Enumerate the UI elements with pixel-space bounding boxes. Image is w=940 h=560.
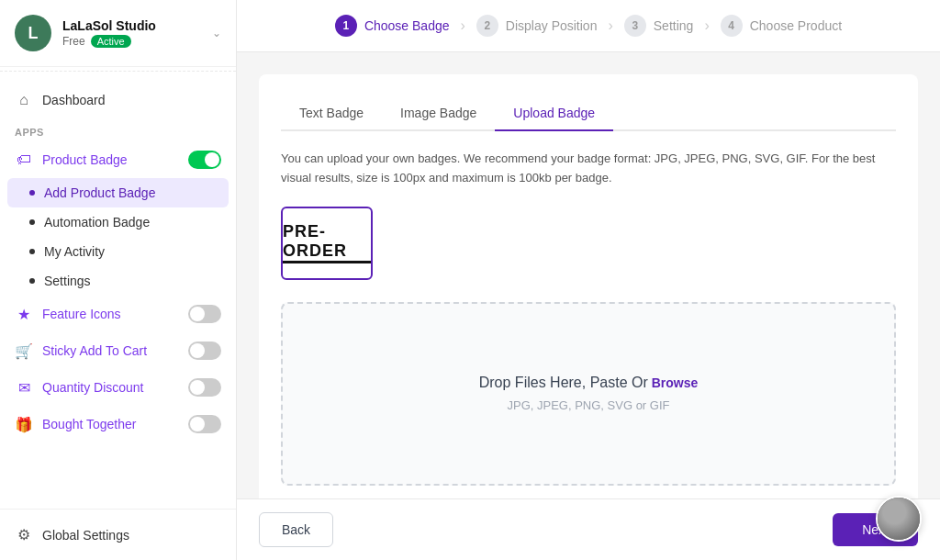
shop-info: LaLaSol Studio Free Active bbox=[62, 18, 201, 48]
step-1-label: Choose Badge bbox=[364, 18, 450, 33]
feature-icons-label: Feature Icons bbox=[42, 307, 121, 321]
quantity-discount-toggle[interactable] bbox=[188, 378, 221, 397]
shop-name: LaLaSol Studio bbox=[62, 18, 201, 33]
sidebar-item-add-product-badge[interactable]: Add Product Badge bbox=[7, 178, 229, 207]
step-4: 4 Choose Product bbox=[721, 15, 842, 37]
dashboard-label: Dashboard bbox=[42, 93, 106, 107]
settings-label: Settings bbox=[44, 274, 91, 288]
chevron-down-icon[interactable]: ⌄ bbox=[212, 27, 221, 39]
product-badge-label: Product Badge bbox=[42, 152, 128, 167]
step-3-label: Setting bbox=[654, 18, 694, 33]
floating-avatar-image bbox=[878, 498, 920, 540]
sidebar-divider bbox=[0, 71, 236, 72]
browse-link[interactable]: Browse bbox=[652, 375, 699, 390]
quantity-discount-label: Quantity Discount bbox=[42, 380, 144, 395]
step-arrow-1: › bbox=[461, 17, 465, 34]
sub-dot bbox=[29, 249, 35, 254]
drop-zone[interactable]: Drop Files Here, Paste Or Browse JPG, JP… bbox=[281, 302, 896, 486]
avatar: L bbox=[15, 15, 51, 51]
sidebar-item-product-badge[interactable]: 🏷 Product Badge bbox=[0, 141, 236, 178]
sidebar-item-sticky-add-to-cart[interactable]: 🛒 Sticky Add To Cart bbox=[0, 332, 236, 369]
sidebar-item-my-activity[interactable]: My Activity bbox=[0, 237, 236, 266]
sidebar-item-global-settings[interactable]: ⚙ Global Settings bbox=[0, 517, 236, 553]
sub-dot bbox=[29, 278, 35, 284]
step-3-circle: 3 bbox=[624, 15, 646, 37]
cart-icon: 🛒 bbox=[15, 342, 33, 360]
feature-icons-toggle[interactable] bbox=[188, 305, 221, 323]
my-activity-label: My Activity bbox=[44, 244, 105, 259]
sidebar-bottom: ⚙ Global Settings bbox=[0, 509, 236, 560]
star-icon: ★ bbox=[15, 306, 33, 323]
step-2-label: Display Position bbox=[506, 18, 598, 33]
shop-status-badge: Active bbox=[91, 35, 131, 48]
back-button[interactable]: Back bbox=[259, 512, 333, 547]
step-4-label: Choose Product bbox=[750, 18, 842, 33]
shop-meta: Free Active bbox=[62, 35, 201, 48]
sidebar-item-automation-badge[interactable]: Automation Badge bbox=[0, 207, 236, 237]
apps-section-label: APPS bbox=[0, 118, 236, 141]
bought-together-toggle[interactable] bbox=[188, 415, 221, 433]
sidebar-item-bought-together[interactable]: 🎁 Bought Together bbox=[0, 406, 236, 442]
drop-zone-formats: JPG, JPEG, PNG, SVG or GIF bbox=[508, 398, 670, 412]
sidebar: L LaLaSol Studio Free Active ⌄ ⌂ Dashboa… bbox=[0, 0, 237, 560]
tag-icon: 🏷 bbox=[15, 151, 33, 168]
add-product-badge-label: Add Product Badge bbox=[44, 185, 155, 200]
step-arrow-2: › bbox=[608, 17, 612, 34]
badge-preview[interactable]: PRE-ORDER bbox=[281, 207, 373, 280]
automation-badge-label: Automation Badge bbox=[44, 215, 150, 230]
sidebar-header: L LaLaSol Studio Free Active ⌄ bbox=[0, 0, 236, 67]
home-icon: ⌂ bbox=[15, 92, 33, 108]
gift-icon: 🎁 bbox=[15, 416, 33, 433]
step-4-circle: 4 bbox=[721, 15, 743, 37]
tab-bar: Text Badge Image Badge Upload Badge bbox=[281, 96, 896, 131]
stepper: 1 Choose Badge › 2 Display Position › 3 … bbox=[237, 0, 940, 52]
content-area: Text Badge Image Badge Upload Badge You … bbox=[237, 52, 940, 498]
drop-zone-text: Drop Files Here, Paste Or Browse bbox=[479, 375, 699, 391]
sidebar-item-settings[interactable]: Settings bbox=[0, 266, 236, 296]
product-badge-sub-items: Add Product Badge Automation Badge My Ac… bbox=[0, 178, 236, 296]
step-3: 3 Setting bbox=[624, 15, 694, 37]
sidebar-item-dashboard[interactable]: ⌂ Dashboard bbox=[0, 83, 236, 118]
discount-icon: ✉ bbox=[15, 379, 33, 397]
sub-dot bbox=[29, 219, 35, 225]
drop-main-text: Drop Files Here, Paste Or bbox=[479, 375, 648, 390]
floating-avatar bbox=[876, 496, 922, 542]
tab-text-badge[interactable]: Text Badge bbox=[281, 96, 382, 131]
bought-together-label: Bought Together bbox=[42, 417, 137, 431]
tab-upload-badge[interactable]: Upload Badge bbox=[495, 96, 613, 131]
sticky-cart-toggle[interactable] bbox=[188, 342, 221, 360]
active-dot bbox=[29, 190, 35, 196]
shop-plan: Free bbox=[62, 35, 85, 48]
product-badge-toggle[interactable] bbox=[188, 151, 221, 169]
step-arrow-3: › bbox=[704, 17, 709, 34]
global-settings-label: Global Settings bbox=[42, 528, 129, 543]
tab-image-badge[interactable]: Image Badge bbox=[382, 96, 495, 131]
step-2-circle: 2 bbox=[476, 15, 498, 37]
sticky-add-to-cart-label: Sticky Add To Cart bbox=[42, 343, 147, 358]
sidebar-nav: ⌂ Dashboard APPS 🏷 Product Badge Add Pro… bbox=[0, 75, 236, 509]
step-2: 2 Display Position bbox=[476, 15, 598, 37]
info-text: You can upload your own badges. We recom… bbox=[281, 150, 896, 188]
badge-preview-text: PRE-ORDER bbox=[283, 222, 371, 263]
step-1-circle: 1 bbox=[335, 15, 357, 37]
badge-card: Text Badge Image Badge Upload Badge You … bbox=[259, 74, 918, 498]
main-content: 1 Choose Badge › 2 Display Position › 3 … bbox=[237, 0, 940, 560]
step-1: 1 Choose Badge bbox=[335, 15, 450, 37]
sidebar-item-quantity-discount[interactable]: ✉ Quantity Discount bbox=[0, 369, 236, 406]
settings-icon: ⚙ bbox=[15, 526, 33, 543]
bottom-bar: Back Next bbox=[237, 498, 940, 560]
sidebar-item-feature-icons[interactable]: ★ Feature Icons bbox=[0, 296, 236, 332]
